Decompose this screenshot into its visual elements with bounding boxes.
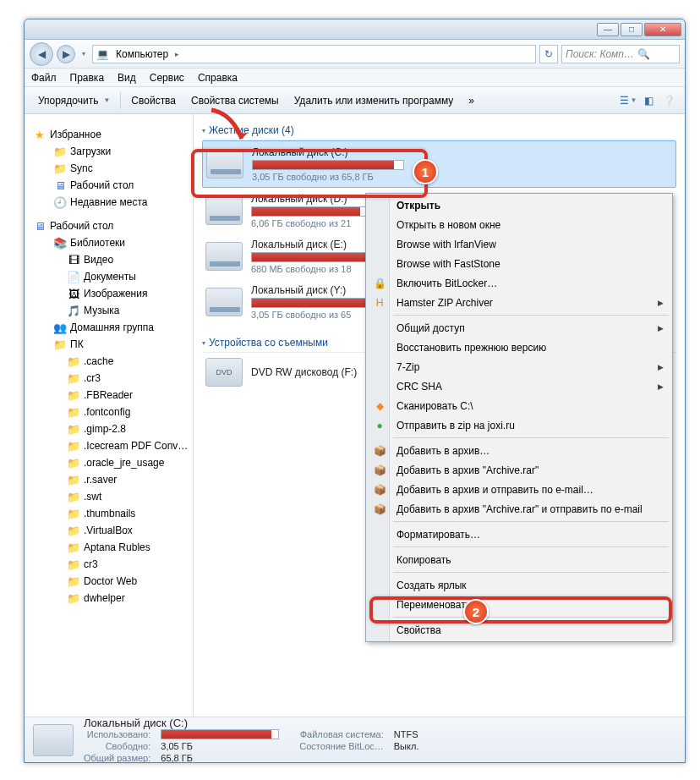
- sidebar-pcfolder[interactable]: 📁.VirtualBox: [25, 522, 193, 539]
- drive-icon: [205, 288, 243, 316]
- ctx-properties[interactable]: Свойства: [368, 620, 670, 640]
- toolbar-overflow[interactable]: »: [462, 91, 481, 110]
- ctx-hamster[interactable]: HHamster ZIP Archiver▶: [368, 293, 670, 312]
- breadcrumb[interactable]: Компьютер: [112, 48, 172, 60]
- ctx-rename[interactable]: Переименовать: [368, 595, 670, 614]
- search-input[interactable]: Поиск: Комп… 🔍: [561, 45, 680, 63]
- folder-icon: 📁: [67, 388, 80, 402]
- drive-icon: [205, 242, 243, 271]
- menu-view[interactable]: Вид: [118, 72, 136, 84]
- sidebar-pcfolder[interactable]: 📁.cr3: [25, 370, 193, 387]
- nav-history-dropdown[interactable]: ▾: [79, 45, 89, 63]
- desktop-icon: 🖥: [33, 219, 46, 233]
- ctx-bitlocker[interactable]: 🔒Включить BitLocker…: [368, 273, 670, 293]
- status-bar: Локальный диск (C:) Использовано: Файлов…: [25, 717, 685, 762]
- status-free-value: 3,05 ГБ: [161, 741, 279, 751]
- sidebar-favorites[interactable]: ★Избранное: [25, 126, 193, 143]
- joxi-icon: ●: [373, 419, 386, 432]
- drive-c[interactable]: Локальный диск (C:) 3,05 ГБ свободно из …: [202, 140, 676, 188]
- nav-back-button[interactable]: ◀: [30, 42, 53, 66]
- menu-help[interactable]: Справка: [198, 72, 238, 84]
- help-button[interactable]: ❔: [659, 91, 678, 110]
- drive-icon: [205, 196, 243, 225]
- submenu-arrow-icon: ▶: [658, 324, 664, 332]
- sidebar-pcfolder[interactable]: 📁.cache: [25, 353, 193, 370]
- folder-icon: 📁: [67, 354, 80, 368]
- group-hdd[interactable]: ▾Жесткие диски (4): [202, 121, 676, 140]
- ctx-irfanview[interactable]: Browse with IrfanView: [368, 234, 670, 254]
- properties-button[interactable]: Свойства: [124, 91, 183, 110]
- status-free-label: Свободно:: [84, 741, 150, 751]
- sidebar-item-homegroup[interactable]: 👥Домашняя группа: [25, 319, 193, 336]
- sidebar-item-music[interactable]: 🎵Музыка: [25, 302, 193, 319]
- sidebar-item-pc[interactable]: 📁ПК: [25, 336, 193, 353]
- ctx-add-mail[interactable]: 📦Добавить в архив и отправить по e-mail…: [368, 480, 670, 499]
- ctx-scan[interactable]: ◆Сканировать C:\: [368, 396, 670, 415]
- ctx-joxi[interactable]: ●Отправить в zip на joxi.ru: [368, 415, 670, 435]
- ctx-add-archive[interactable]: 📦Добавить в архив…: [368, 441, 670, 460]
- nav-row: ◀ ▶ ▾ 💻 Компьютер ▸ ↻ Поиск: Комп… 🔍: [25, 40, 685, 69]
- sidebar-pcfolder[interactable]: 📁Aptana Rubles: [25, 539, 193, 556]
- sidebar-item-recent[interactable]: 🕘Недавние места: [25, 194, 193, 211]
- system-properties-button[interactable]: Свойства системы: [184, 91, 286, 110]
- search-icon: 🔍: [637, 48, 650, 60]
- titlebar: — □ ✕: [25, 19, 685, 40]
- drive-icon: [206, 150, 243, 179]
- status-used-bar: [161, 729, 279, 739]
- sidebar-pcfolder[interactable]: 📁Doctor Web: [25, 573, 193, 590]
- sidebar-desktop[interactable]: 🖥Рабочий стол: [25, 217, 193, 234]
- ctx-7zip[interactable]: 7-Zip▶: [368, 357, 670, 376]
- remove-programs-button[interactable]: Удалить или изменить программу: [287, 91, 461, 110]
- ctx-copy[interactable]: Копировать: [368, 550, 670, 569]
- sidebar-pcfolder[interactable]: 📁.thumbnails: [25, 505, 193, 522]
- ctx-restore[interactable]: Восстановить прежнюю версию: [368, 338, 670, 357]
- ctx-format[interactable]: Форматировать…: [368, 525, 670, 544]
- sidebar-item-desktop[interactable]: 🖥Рабочий стол: [25, 177, 193, 194]
- sidebar-item-video[interactable]: 🎞Видео: [25, 251, 193, 268]
- menu-file[interactable]: Файл: [31, 72, 57, 84]
- maximize-button[interactable]: □: [621, 23, 643, 36]
- menu-edit[interactable]: Правка: [70, 72, 105, 84]
- video-icon: 🎞: [67, 253, 80, 266]
- sidebar-pcfolder[interactable]: 📁.swt: [25, 488, 193, 505]
- winrar-icon: 📦: [373, 464, 386, 477]
- sidebar-pcfolder[interactable]: 📁.FBReader: [25, 387, 193, 404]
- context-menu: Открыть Открыть в новом окне Browse with…: [365, 193, 673, 642]
- menu-service[interactable]: Сервис: [150, 72, 184, 84]
- ctx-share[interactable]: Общий доступ▶: [368, 318, 670, 338]
- ctx-open[interactable]: Открыть: [368, 195, 670, 215]
- ctx-open-new-window[interactable]: Открыть в новом окне: [368, 215, 670, 234]
- sidebar-pcfolder[interactable]: 📁.Icecream PDF Conv…: [25, 437, 193, 454]
- chevron-right-icon[interactable]: ▸: [175, 50, 179, 58]
- ctx-add-rar[interactable]: 📦Добавить в архив "Archive.rar": [368, 460, 670, 480]
- sidebar-item-downloads[interactable]: 📁Загрузки: [25, 143, 193, 160]
- minimize-button[interactable]: —: [597, 23, 619, 36]
- preview-pane-button[interactable]: ◧: [639, 91, 658, 110]
- refresh-button[interactable]: ↻: [539, 45, 558, 63]
- ctx-shortcut[interactable]: Создать ярлык: [368, 575, 670, 595]
- sidebar-pcfolder[interactable]: 📁cr3: [25, 556, 193, 573]
- ctx-crc[interactable]: CRC SHA▶: [368, 376, 670, 396]
- desktop-icon: 🖥: [53, 179, 67, 192]
- annotation-badge-1: 1: [413, 159, 438, 184]
- sidebar-pcfolder[interactable]: 📁.gimp-2.8: [25, 420, 193, 437]
- nav-forward-button[interactable]: ▶: [57, 45, 75, 63]
- folder-icon: 📁: [67, 439, 80, 453]
- sidebar-item-documents[interactable]: 📄Документы: [25, 268, 193, 285]
- folder-icon: 📁: [67, 422, 80, 436]
- sidebar-pcfolder[interactable]: 📁.r.saver: [25, 471, 193, 488]
- sidebar-pcfolder[interactable]: 📁dwhelper: [25, 590, 193, 607]
- sidebar-item-pictures[interactable]: 🖼Изображения: [25, 285, 193, 302]
- ctx-add-rar-mail[interactable]: 📦Добавить в архив "Archive.rar" и отправ…: [368, 499, 670, 519]
- star-icon: ★: [33, 128, 46, 141]
- ctx-faststone[interactable]: Browse with FastStone: [368, 254, 670, 273]
- sidebar-pcfolder[interactable]: 📁.oracle_jre_usage: [25, 454, 193, 471]
- address-bar[interactable]: 💻 Компьютер ▸: [92, 45, 536, 63]
- sidebar-item-libraries[interactable]: 📚Библиотеки: [25, 234, 193, 251]
- sidebar-pcfolder[interactable]: 📁.fontconfig: [25, 404, 193, 420]
- collapse-icon: ▾: [202, 339, 205, 347]
- view-mode-button[interactable]: ☰▼: [619, 91, 637, 110]
- organize-button[interactable]: Упорядочить▼: [31, 91, 117, 110]
- close-button[interactable]: ✕: [644, 23, 681, 36]
- sidebar-item-sync[interactable]: 📁Sync: [25, 160, 193, 177]
